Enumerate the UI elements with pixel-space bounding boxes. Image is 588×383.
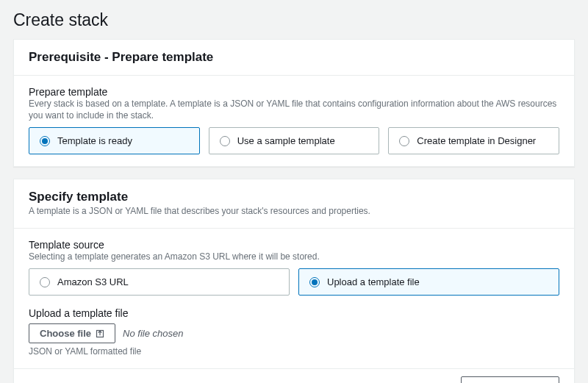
tile-label: Amazon S3 URL: [57, 276, 129, 287]
choose-file-label: Choose file: [40, 328, 91, 339]
template-source-tiles: Amazon S3 URL Upload a template file: [29, 268, 559, 296]
prereq-heading: Prerequisite - Prepare template: [29, 50, 559, 65]
tile-label: Create template in Designer: [417, 135, 536, 146]
radio-icon: [309, 277, 320, 287]
radio-icon: [40, 277, 50, 287]
panel-prerequisite-body: Prepare template Every stack is based on…: [14, 76, 574, 166]
prepare-template-help: Every stack is based on a template. A te…: [29, 99, 559, 121]
panel-specify-template: Specify template A template is a JSON or…: [13, 179, 575, 383]
tile-use-sample[interactable]: Use a sample template: [209, 127, 380, 154]
panel-specify-header: Specify template A template is a JSON or…: [14, 179, 574, 229]
template-source-label: Template source: [29, 239, 559, 251]
upload-file-label: Upload a template file: [29, 307, 559, 319]
no-file-text: No file chosen: [123, 328, 183, 339]
tile-label: Use a sample template: [237, 135, 335, 146]
radio-icon: [399, 136, 409, 146]
panel-specify-body: Template source Selecting a template gen…: [14, 229, 574, 369]
panel-prerequisite-header: Prerequisite - Prepare template: [14, 40, 574, 76]
view-in-designer-button[interactable]: View in Designer: [461, 376, 559, 383]
tile-s3-url[interactable]: Amazon S3 URL: [29, 268, 290, 296]
tile-template-ready[interactable]: Template is ready: [29, 127, 200, 154]
page-title: Create stack: [13, 10, 575, 30]
upload-icon: [96, 329, 104, 338]
prepare-template-tiles: Template is ready Use a sample template …: [29, 127, 559, 154]
template-source-help: Selecting a template generates an Amazon…: [29, 251, 559, 263]
choose-file-button[interactable]: Choose file: [29, 323, 115, 343]
radio-icon: [40, 136, 50, 146]
radio-icon: [220, 136, 230, 146]
specify-heading: Specify template: [29, 190, 559, 204]
tile-create-in-designer[interactable]: Create template in Designer: [388, 127, 559, 154]
tile-label: Template is ready: [57, 135, 132, 146]
tile-label: Upload a template file: [327, 276, 420, 287]
tile-upload-file[interactable]: Upload a template file: [298, 268, 559, 296]
upload-file-help: JSON or YAML formatted file: [29, 346, 559, 357]
panel-specify-footer: S3 URL: Will be generated when template …: [14, 368, 574, 383]
specify-subtitle: A template is a JSON or YAML file that d…: [29, 206, 559, 218]
panel-prerequisite: Prerequisite - Prepare template Prepare …: [13, 39, 575, 167]
prepare-template-label: Prepare template: [29, 86, 559, 98]
